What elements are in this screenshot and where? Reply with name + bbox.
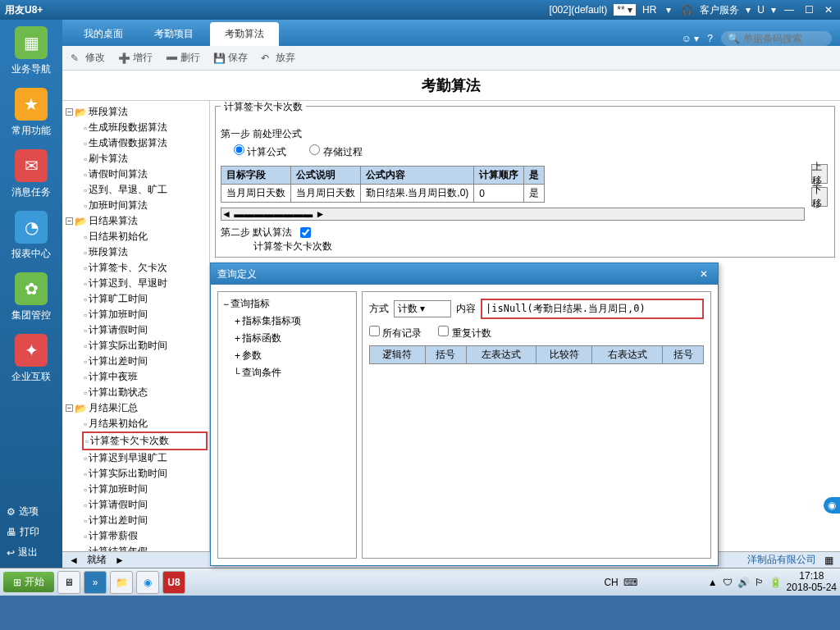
mode-select[interactable]: 计数 ▾ [394, 300, 451, 317]
tree-item[interactable]: ▫计算迟到、早退时 [82, 276, 208, 291]
tray-icon[interactable]: 🔋 [769, 577, 782, 588]
dup-count-checkbox[interactable]: 重复计数 [438, 326, 491, 340]
headset-icon: 🎧 [681, 4, 693, 16]
tree-item[interactable]: ▫计算实际出勤时间 [82, 466, 208, 482]
print-link[interactable]: 🖶打印 [7, 522, 56, 542]
tree-item[interactable]: ▫计算出差时间 [82, 354, 208, 369]
exit-icon: ↩ [7, 547, 15, 559]
tree-item[interactable]: ▫日结果初始化 [82, 229, 208, 244]
sidebar-item-msg[interactable]: ✉消息任务 [11, 149, 51, 199]
algorithm-tree[interactable]: −📂班段算法 ▫生成班段数据算法 ▫生成请假数据算法 ▫刷卡算法 ▫请假时间算法… [62, 101, 210, 551]
query-dialog: 查询定义 ✕ −查询指标 +指标集指标项 +指标函数 +参数 └查询条件 方式 … [210, 262, 719, 566]
sidebar-item-group[interactable]: ✿集团管控 [11, 272, 51, 322]
company-label: 洋制品有限公司 [747, 553, 816, 567]
task-icon[interactable]: 🖥 [57, 571, 80, 594]
content-input[interactable]: |isNull(考勤日结果.当月周日,0) [481, 299, 704, 319]
tree-item[interactable]: ▫计算实际出勤时间 [82, 338, 208, 354]
tree-item[interactable]: ▫加班时间算法 [82, 198, 208, 213]
all-records-checkbox[interactable]: 所有记录 [369, 326, 422, 340]
dialog-tree[interactable]: −查询指标 +指标集指标项 +指标函数 +参数 └查询条件 [217, 291, 357, 559]
collapse-icon[interactable]: − [66, 404, 73, 412]
table-row: 当月周日天数当月周日天数勤日结果.当月周日数,0)0是 [221, 185, 545, 203]
minus-icon: ➖ [166, 52, 177, 64]
discard-button[interactable]: ↶放弃 [261, 51, 295, 65]
tree-item[interactable]: ▫生成请假数据算法 [82, 135, 208, 151]
close-icon[interactable]: ✕ [696, 267, 711, 281]
tab-algorithm[interactable]: 考勤算法 [210, 22, 279, 46]
task-icon[interactable]: U8 [162, 571, 185, 594]
teamviewer-icon[interactable]: ◉ [824, 497, 840, 514]
clock-date: 2018-05-24 [787, 582, 837, 593]
tab-desktop[interactable]: 我的桌面 [69, 22, 138, 46]
save-button[interactable]: 💾保存 [213, 51, 248, 65]
sidebar-item-ent[interactable]: ✦企业互联 [11, 334, 51, 384]
tree-item[interactable]: ▫班段算法 [82, 244, 208, 260]
lang-indicator[interactable]: CH [604, 577, 618, 588]
tray-icon[interactable]: 🛡 [723, 577, 733, 588]
formula-table[interactable]: 目标字段公式说明公式内容计算顺序是 当月周日天数当月周日天数勤日结果.当月周日数… [221, 166, 545, 203]
tray-icon[interactable]: 🔊 [737, 577, 750, 588]
panel-title: 计算签卡欠卡次数 [221, 101, 306, 114]
radio-formula[interactable]: 计算公式 [234, 144, 286, 159]
query-table[interactable]: 逻辑符括号左表达式 比较符右表达式括号 [369, 345, 704, 364]
search-input[interactable] [743, 33, 825, 44]
tab-project[interactable]: 考勤项目 [139, 22, 208, 46]
default-algo-checkbox[interactable] [300, 227, 311, 238]
exit-link[interactable]: ↩退出 [7, 542, 56, 563]
maximize-button[interactable]: ☐ [802, 4, 815, 16]
addrow-button[interactable]: ➕增行 [118, 51, 153, 65]
tree-item[interactable]: ▫迟到、早退、旷工 [82, 182, 208, 198]
letter-u[interactable]: U [757, 4, 765, 16]
clock-time[interactable]: 17:18 [787, 571, 837, 582]
start-button[interactable]: ⊞开始 [3, 572, 54, 592]
task-icon[interactable]: ◉ [136, 571, 159, 594]
gear-icon: ⚙ [7, 506, 16, 518]
task-icon[interactable]: 📁 [110, 571, 133, 594]
tree-item[interactable]: ▫计算出差时间 [82, 513, 208, 528]
tree-item[interactable]: ▫计算迟到早退旷工 [82, 450, 208, 466]
plus-icon: ➕ [118, 52, 130, 64]
delrow-button[interactable]: ➖删行 [166, 51, 200, 65]
tree-item[interactable]: ▫计算加班时间 [82, 307, 208, 322]
discard-icon: ↶ [261, 52, 272, 64]
search-box[interactable]: 🔍 [721, 31, 832, 46]
tree-item[interactable]: ▫刷卡算法 [82, 151, 208, 167]
tree-item[interactable]: ▫月结果初始化 [82, 416, 208, 431]
help-icon[interactable]: ? [707, 33, 713, 44]
service-link[interactable]: 客户服务 [700, 3, 739, 17]
tree-item[interactable]: ▫计算旷工时间 [82, 291, 208, 307]
sidebar-item-nav[interactable]: ▦业务导航 [11, 26, 51, 76]
tree-item[interactable]: ▫生成班段数据算法 [82, 120, 208, 135]
toolbar: ✎修改 ➕增行 ➖删行 💾保存 ↶放弃 [62, 46, 840, 71]
moveup-button[interactable]: 上移 [811, 164, 828, 184]
movedown-button[interactable]: 下移 [811, 187, 828, 207]
folder-icon: 📂 [75, 107, 87, 118]
tree-item[interactable]: ▫计算请假时间 [82, 497, 208, 513]
tree-item[interactable]: ▫计算结算年假 [82, 544, 208, 551]
sidebar-item-fav[interactable]: ★常用功能 [11, 88, 51, 138]
tree-item[interactable]: ▫计算带薪假 [82, 528, 208, 544]
tree-item[interactable]: ▫计算出勤状态 [82, 385, 208, 400]
context-dropdown[interactable]: ** ▾ [614, 4, 636, 16]
tree-item[interactable]: ▫计算中夜班 [82, 369, 208, 385]
close-button[interactable]: ✕ [822, 4, 835, 16]
minimize-button[interactable]: — [783, 4, 796, 16]
tray-icon[interactable]: 🏳 [755, 577, 765, 588]
smiley-icon[interactable]: ☺ ▾ [682, 33, 700, 44]
tree-item[interactable]: ▫计算加班时间 [82, 482, 208, 497]
tree-item[interactable]: ▫计算签卡、欠卡次 [82, 260, 208, 276]
task-icon[interactable]: » [84, 571, 107, 594]
search-icon: 🔍 [728, 33, 740, 44]
keyboard-icon[interactable]: ⌨ [623, 577, 637, 588]
tree-item[interactable]: ▫计算请假时间 [82, 322, 208, 338]
tree-item-selected[interactable]: ▫计算签卡欠卡次数 [82, 431, 208, 450]
radio-proc[interactable]: 存储过程 [309, 144, 362, 159]
collapse-icon[interactable]: − [66, 108, 73, 116]
collapse-icon[interactable]: − [66, 217, 73, 225]
tree-item[interactable]: ▫请假时间算法 [82, 167, 208, 182]
options-link[interactable]: ⚙选项 [7, 501, 56, 522]
sidebar-item-report[interactable]: ◔报表中心 [11, 211, 51, 261]
scrollbar[interactable]: ◄ ▬▬▬▬▬▬▬▬ ► [221, 208, 805, 221]
edit-button[interactable]: ✎修改 [71, 51, 105, 65]
status-ready: 就绪 [87, 553, 107, 567]
